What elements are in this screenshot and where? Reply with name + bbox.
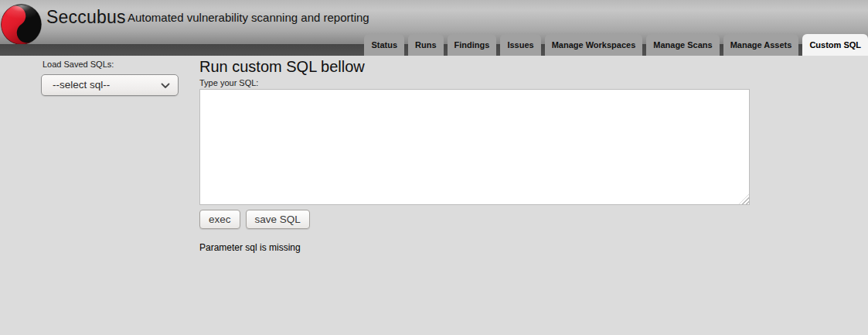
sidebar: Load Saved SQLs: --select sql--	[0, 56, 199, 335]
tab-runs[interactable]: Runs	[408, 34, 444, 56]
seccubus-logo	[1, 4, 42, 45]
chevron-down-icon	[161, 83, 170, 89]
sql-input-label: Type your SQL:	[199, 78, 868, 87]
content-area: Load Saved SQLs: --select sql-- Run cust…	[0, 56, 868, 335]
app-tagline: Automated vulnerability scanning and rep…	[128, 11, 369, 24]
main-tab-bar: Status Runs Findings Issues Manage Works…	[364, 34, 868, 56]
tab-custom-sql[interactable]: Custom SQL	[802, 34, 868, 56]
load-saved-sqls-label: Load Saved SQLs:	[43, 60, 199, 69]
saved-sql-select-value: --select sql--	[53, 79, 110, 91]
app-header: Seccubus Automated vulnerability scannin…	[0, 0, 868, 56]
tab-findings[interactable]: Findings	[448, 34, 497, 56]
tab-issues[interactable]: Issues	[500, 34, 540, 56]
page-title: Run custom SQL bellow	[199, 57, 868, 76]
main-panel: Run custom SQL bellow Type your SQL: exe…	[199, 56, 868, 335]
tab-manage-workspaces[interactable]: Manage Workspaces	[545, 34, 643, 56]
save-sql-button[interactable]: save SQL	[246, 210, 310, 229]
button-row: exec save SQL	[199, 210, 868, 229]
tab-manage-assets[interactable]: Manage Assets	[723, 34, 799, 56]
sql-input-wrap	[199, 89, 750, 205]
tab-manage-scans[interactable]: Manage Scans	[646, 34, 719, 56]
tab-status[interactable]: Status	[364, 34, 404, 56]
saved-sql-select[interactable]: --select sql--	[41, 74, 179, 96]
exec-button[interactable]: exec	[199, 210, 240, 229]
app-title: Seccubus	[46, 7, 126, 28]
status-message: Parameter sql is missing	[199, 242, 868, 253]
sql-input[interactable]	[199, 89, 750, 205]
